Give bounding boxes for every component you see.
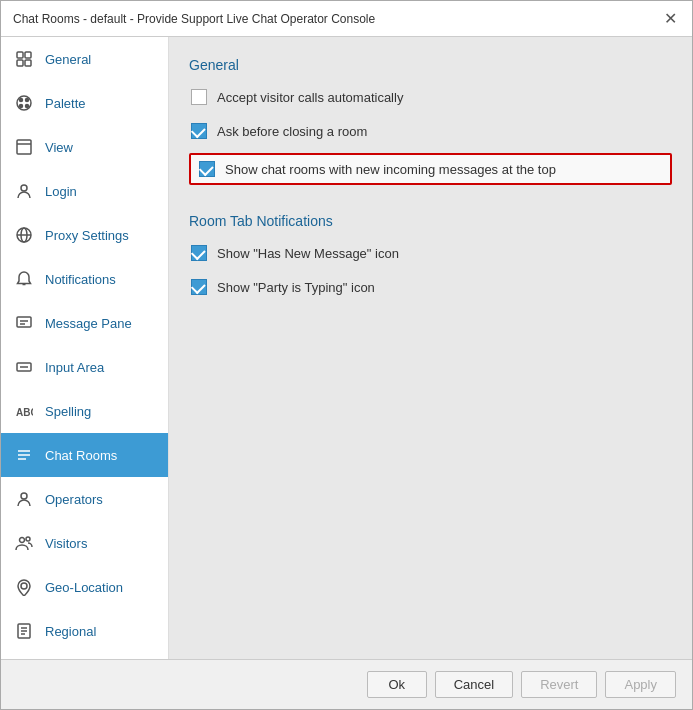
sidebar-label-view: View — [45, 140, 73, 155]
visitors-icon — [13, 532, 35, 554]
sidebar-label-message-pane: Message Pane — [45, 316, 132, 331]
svg-rect-1 — [25, 52, 31, 58]
sidebar-item-message-pane[interactable]: Message Pane — [1, 301, 168, 345]
svg-rect-16 — [17, 317, 31, 327]
sidebar: GeneralPaletteViewLoginProxy SettingsNot… — [1, 37, 169, 659]
sidebar-label-geo-location: Geo-Location — [45, 580, 123, 595]
sidebar-label-spelling: Spelling — [45, 404, 91, 419]
general-section: General Accept visitor calls automatical… — [189, 57, 672, 195]
sidebar-label-palette: Palette — [45, 96, 85, 111]
svg-rect-9 — [17, 140, 31, 154]
show-new-messages-label: Show chat rooms with new incoming messag… — [225, 162, 556, 177]
accept-calls-row: Accept visitor calls automatically — [189, 85, 672, 109]
sidebar-item-view[interactable]: View — [1, 125, 168, 169]
svg-point-7 — [20, 105, 23, 108]
sidebar-label-regional: Regional — [45, 624, 96, 639]
chat-rooms-icon — [13, 444, 35, 466]
title-bar: Chat Rooms - default - Provide Support L… — [1, 1, 692, 37]
spelling-icon: ABC — [13, 400, 35, 422]
sidebar-item-login[interactable]: Login — [1, 169, 168, 213]
sidebar-item-input-area[interactable]: Input Area — [1, 345, 168, 389]
svg-point-4 — [17, 96, 31, 110]
svg-rect-2 — [17, 60, 23, 66]
general-icon — [13, 48, 35, 70]
input-area-icon — [13, 356, 35, 378]
ask-closing-row: Ask before closing a room — [189, 119, 672, 143]
svg-point-28 — [21, 583, 27, 589]
main-window: Chat Rooms - default - Provide Support L… — [0, 0, 693, 710]
svg-point-27 — [26, 537, 30, 541]
show-new-messages-row: Show chat rooms with new incoming messag… — [189, 153, 672, 185]
general-section-title: General — [189, 57, 672, 73]
svg-point-11 — [21, 185, 27, 191]
proxy-settings-icon — [13, 224, 35, 246]
sidebar-label-general: General — [45, 52, 91, 67]
show-new-msg-icon-row: Show "Has New Message" icon — [189, 241, 672, 265]
ask-closing-checkbox[interactable] — [191, 123, 207, 139]
svg-point-8 — [26, 105, 29, 108]
sidebar-label-notifications: Notifications — [45, 272, 116, 287]
show-typing-icon-row: Show "Party is Typing" icon — [189, 275, 672, 299]
palette-icon — [13, 92, 35, 114]
sidebar-label-login: Login — [45, 184, 77, 199]
svg-rect-0 — [17, 52, 23, 58]
sidebar-item-palette[interactable]: Palette — [1, 81, 168, 125]
svg-point-5 — [20, 99, 23, 102]
sidebar-label-proxy-settings: Proxy Settings — [45, 228, 129, 243]
ask-closing-label: Ask before closing a room — [217, 124, 367, 139]
sidebar-item-notifications[interactable]: Notifications — [1, 257, 168, 301]
show-new-messages-checkbox[interactable] — [199, 161, 215, 177]
sidebar-item-geo-location[interactable]: Geo-Location — [1, 565, 168, 609]
sidebar-item-operators[interactable]: Operators — [1, 477, 168, 521]
footer: Ok Cancel Revert Apply — [1, 659, 692, 709]
revert-button[interactable]: Revert — [521, 671, 597, 698]
svg-rect-3 — [25, 60, 31, 66]
sidebar-label-visitors: Visitors — [45, 536, 87, 551]
close-button[interactable]: ✕ — [660, 9, 680, 29]
sidebar-label-operators: Operators — [45, 492, 103, 507]
sidebar-item-spelling[interactable]: ABCSpelling — [1, 389, 168, 433]
sidebar-label-chat-rooms: Chat Rooms — [45, 448, 117, 463]
show-typing-icon-checkbox[interactable] — [191, 279, 207, 295]
sidebar-label-input-area: Input Area — [45, 360, 104, 375]
show-new-msg-icon-label: Show "Has New Message" icon — [217, 246, 399, 261]
accept-calls-checkbox[interactable] — [191, 89, 207, 105]
regional-icon — [13, 620, 35, 642]
cancel-button[interactable]: Cancel — [435, 671, 513, 698]
apply-button[interactable]: Apply — [605, 671, 676, 698]
show-new-msg-icon-checkbox[interactable] — [191, 245, 207, 261]
svg-point-6 — [26, 99, 29, 102]
room-tab-section: Room Tab Notifications Show "Has New Mes… — [189, 213, 672, 309]
ok-button[interactable]: Ok — [367, 671, 427, 698]
svg-point-25 — [21, 493, 27, 499]
accept-calls-label: Accept visitor calls automatically — [217, 90, 403, 105]
sidebar-item-proxy-settings[interactable]: Proxy Settings — [1, 213, 168, 257]
notifications-icon — [13, 268, 35, 290]
sidebar-item-visitors[interactable]: Visitors — [1, 521, 168, 565]
svg-text:ABC: ABC — [16, 407, 33, 418]
sidebar-item-regional[interactable]: Regional — [1, 609, 168, 653]
view-icon — [13, 136, 35, 158]
show-typing-icon-label: Show "Party is Typing" icon — [217, 280, 375, 295]
window-title: Chat Rooms - default - Provide Support L… — [13, 12, 375, 26]
operators-icon — [13, 488, 35, 510]
login-icon — [13, 180, 35, 202]
room-tab-section-title: Room Tab Notifications — [189, 213, 672, 229]
sidebar-item-chat-rooms[interactable]: Chat Rooms — [1, 433, 168, 477]
content-area: GeneralPaletteViewLoginProxy SettingsNot… — [1, 37, 692, 659]
main-panel: General Accept visitor calls automatical… — [169, 37, 692, 659]
sidebar-item-general[interactable]: General — [1, 37, 168, 81]
message-pane-icon — [13, 312, 35, 334]
geo-location-icon — [13, 576, 35, 598]
svg-point-26 — [20, 538, 25, 543]
